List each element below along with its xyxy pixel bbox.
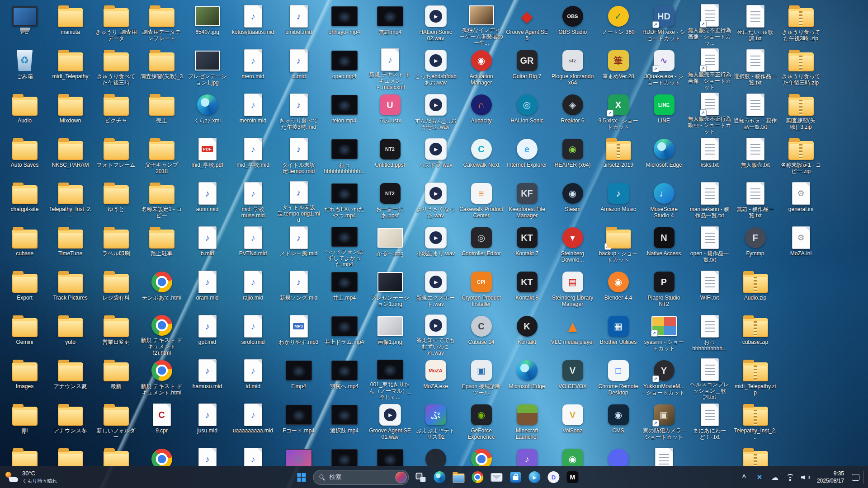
tray-wifi-button[interactable] <box>783 468 797 486</box>
desktop-icon[interactable]: 調査練習(失敗)_3 <box>139 45 184 89</box>
desktop-icon[interactable] <box>732 444 778 466</box>
desktop-icon[interactable]: 選択肢 - 親作品一覧.txt <box>732 45 778 89</box>
desktop-icon[interactable]: Groove Agent SE 01.wav <box>367 399 413 444</box>
desktop-icon[interactable]: フォトフレーム <box>93 134 139 178</box>
desktop-icon[interactable]: ↗syasinn - ショートカット <box>641 311 687 355</box>
desktop-icon[interactable] <box>93 444 139 466</box>
desktop-icon[interactable]: ▾Steinberg Downlo... <box>550 222 595 267</box>
desktop-icon[interactable]: こっちehdsbfdsbあお.wav <box>413 45 458 89</box>
desktop-icon[interactable]: 営業日変更 <box>93 311 139 355</box>
desktop-icon[interactable]: PC <box>2 1 47 45</box>
desktop-icon[interactable]: Minecraft Launcher <box>504 399 550 444</box>
desktop-icon[interactable]: midi_Telepathy.zip <box>732 355 778 399</box>
desktop-icon[interactable]: アナウンス冬 <box>47 399 93 444</box>
desktop-icon[interactable]: Microsoft Edge <box>504 355 550 399</box>
desktop-icon[interactable]: かるー.png <box>367 222 413 267</box>
desktop-icon[interactable]: open - 親作品一覧.txt <box>687 222 732 267</box>
desktop-icon[interactable]: teion.mp4 <box>321 89 367 134</box>
desktop-icon[interactable]: ずんだもん_しおかぜふ.wav <box>413 89 458 134</box>
desktop-icon[interactable]: Track Pictures <box>47 267 93 311</box>
desktop-icon[interactable]: NT2Untitled.ppsf <box>367 134 413 178</box>
desktop-icon[interactable]: uaaaaaaaaa.mid <box>230 399 276 444</box>
taskbar-media-player-button[interactable] <box>525 468 544 487</box>
desktop-icon[interactable] <box>367 444 413 466</box>
desktop-icon[interactable]: Microsoft Edge <box>641 134 687 178</box>
desktop-icon[interactable]: きゅうり食ってた午後三時.zip <box>778 45 824 89</box>
desktop-icon[interactable]: TimeTune <box>47 222 93 267</box>
desktop-icon[interactable]: ヘルスコンプレッション＿歌詞.txt <box>687 355 732 399</box>
desktop-icon[interactable] <box>321 444 367 466</box>
desktop-icon[interactable]: ◈Reaktor 6 <box>550 89 595 134</box>
desktop-icon[interactable]: 新規エクスポート.wav <box>413 267 458 311</box>
desktop-icon[interactable]: dram.mid <box>184 267 230 311</box>
desktop-icon[interactable]: ◉ <box>550 444 595 466</box>
desktop-icon[interactable]: ↗無人販売不正行為 画像 - ショートカッ... <box>687 1 732 45</box>
tray-volume-button[interactable] <box>798 468 813 486</box>
desktop-icon[interactable]: maniuta <box>47 1 93 45</box>
desktop-icon[interactable]: cubase.zip <box>732 311 778 355</box>
desktop-icon[interactable]: ◎Controller Editor <box>458 222 504 267</box>
desktop-icon[interactable]: Audio.zip <box>732 267 778 311</box>
desktop-icon[interactable] <box>2 444 47 466</box>
desktop-icon[interactable]: ∿↗JQuake.exe - ショートカット <box>641 45 687 89</box>
desktop-icon[interactable]: ♪ <box>504 444 550 466</box>
desktop-icon[interactable]: Y↗YukkunMovieM... - ショートカット <box>641 355 687 399</box>
desktop-icon[interactable]: ピクチャ <box>93 89 139 134</box>
desktop-icon[interactable]: Fコード.mp4 <box>276 399 321 444</box>
desktop-icon[interactable]: 答え知ってでもむずいわこれ.wav <box>413 311 458 355</box>
desktop-icon[interactable]: ↗backup - ショートカット <box>595 222 641 267</box>
desktop-icon[interactable]: きゅうり食ってた午後3時 .zip <box>778 1 824 45</box>
desktop-icon[interactable]: ゆうと <box>93 178 139 222</box>
taskbar-mail-button[interactable] <box>487 468 506 487</box>
taskbar-microsoft-store-button[interactable] <box>506 468 525 487</box>
desktop-icon[interactable]: 新しいフォルダー <box>93 399 139 444</box>
desktop[interactable]: PCmaniutaきゅうり_調査用データ調査用データテンプレート65407.jp… <box>0 0 868 466</box>
desktop-icon[interactable]: aorin.mid <box>184 178 230 222</box>
desktop-icon[interactable]: 名称未設定1 - コピー <box>139 178 184 222</box>
desktop-icon[interactable]: PPiapro Studio NT2 <box>641 267 687 311</box>
desktop-icon[interactable]: 死にたい_ゅ歌詞.txt <box>732 1 778 45</box>
desktop-icon[interactable]: ≡Cakewalk Product Center <box>458 178 504 222</box>
desktop-icon[interactable]: 新規ソング.mid <box>276 267 321 311</box>
desktop-icon[interactable]: 画像1.png <box>367 311 413 355</box>
desktop-icon[interactable] <box>230 444 276 466</box>
desktop-icon[interactable]: ohhayo-.mp4 <box>321 1 367 45</box>
desktop-icon[interactable]: KTKontakt 8 <box>504 267 550 311</box>
desktop-icon[interactable]: ◎HALion Sonic <box>504 89 550 134</box>
desktop-icon[interactable]: manisekarin - 親作品一覧.txt <box>687 178 732 222</box>
desktop-icon[interactable]: 新規 テキスト ドキュメント.html <box>139 355 184 399</box>
desktop-icon[interactable]: プレゼンテーション1.png <box>367 267 413 311</box>
desktop-icon[interactable]: ▣↗家の防犯カメラ - ショートカット <box>641 399 687 444</box>
desktop-icon[interactable]: レジ袋有料 <box>93 267 139 311</box>
desktop-icon[interactable]: くらび.xml <box>184 89 230 134</box>
desktop-icon[interactable]: 路上駐車 <box>139 222 184 267</box>
desktop-icon[interactable]: ▲VLC media player <box>550 311 595 355</box>
desktop-icon[interactable]: ◉CMS <box>595 399 641 444</box>
desktop-icon[interactable]: FFymmp <box>732 222 778 267</box>
desktop-icon[interactable]: ✓ノートン 360 <box>595 1 641 45</box>
tray-app-x-button[interactable] <box>752 468 767 486</box>
desktop-icon[interactable]: きゅうり_調査用データ <box>93 1 139 45</box>
desktop-icon[interactable]: テンポあて.html <box>139 267 184 311</box>
search-highlight-image[interactable] <box>395 472 406 483</box>
desktop-icon[interactable]: Gemini <box>2 311 47 355</box>
desktop-icon[interactable]: タイトル未設定.tempo.mid <box>276 134 321 178</box>
desktop-icon[interactable]: xl.mid <box>276 45 321 89</box>
desktop-icon[interactable] <box>413 444 458 466</box>
desktop-icon[interactable]: Telepathy_Inst_2... <box>732 399 778 444</box>
desktop-icon[interactable]: タイトル未設定.tempo.orig1.mid <box>276 178 321 222</box>
desktop-icon[interactable]: 井上.mp4 <box>321 267 367 311</box>
desktop-icon[interactable] <box>595 444 641 466</box>
start-button[interactable] <box>292 468 311 487</box>
desktop-icon[interactable]: GRGuitar Rig 7 <box>504 45 550 89</box>
desktop-icon[interactable]: よりうさくなった.wav <box>413 178 458 222</box>
desktop-icon[interactable]: KTKontakt 7 <box>504 222 550 267</box>
desktop-icon[interactable]: ◉GeForce Experience <box>458 399 504 444</box>
desktop-icon[interactable]: OBSOBS Studio <box>550 1 595 45</box>
desktop-icon[interactable]: 羽尻へ.mp4 <box>321 355 367 399</box>
desktop-icon[interactable]: Auto Saves <box>2 134 47 178</box>
desktop-icon[interactable]: ♪Amazon Music <box>595 178 641 222</box>
desktop-icon[interactable]: sfzPlogue sforzando x64 <box>550 45 595 89</box>
desktop-icon[interactable]: jusu.mid <box>184 399 230 444</box>
desktop-icon[interactable] <box>47 444 93 466</box>
